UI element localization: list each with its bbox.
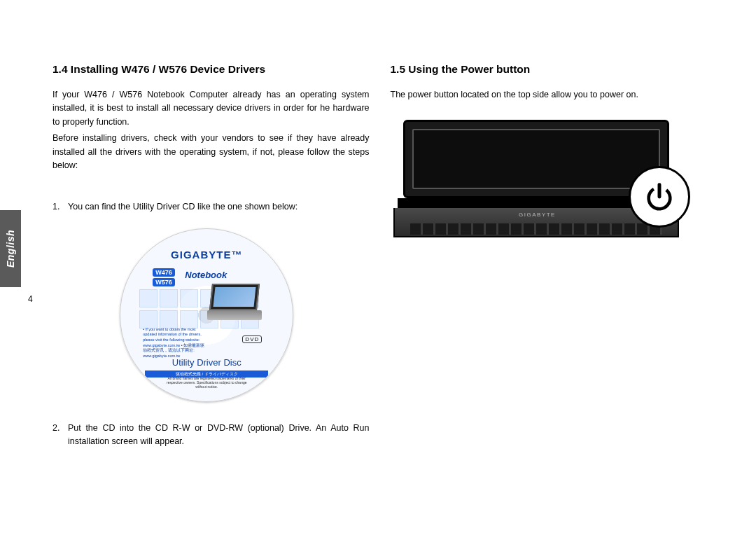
cd-model-badges: W476 W576: [153, 268, 175, 286]
cd-notebook-label: Notebook: [185, 270, 227, 280]
power-icon: [643, 181, 676, 213]
manual-page: English 4 1.4 Installing W476 / W576 Dev…: [0, 0, 756, 533]
step-2: 2. Put the CD into the CD R-W or DVD-RW …: [52, 422, 370, 449]
cd-fine-print: All brand names are registered trademark…: [162, 376, 251, 389]
cd-laptop-icon: [207, 284, 262, 320]
cd-disc-icon: GIGABYTE™ W476 W576 Notebook: [120, 228, 293, 402]
cd-dvd-logo: DVD: [242, 335, 262, 343]
step-2-number: 2.: [52, 422, 68, 449]
laptop-lid: [403, 120, 669, 198]
left-column: 1.4 Installing W476 / W576 Device Driver…: [52, 63, 370, 505]
right-para-1: The power button located on the top side…: [391, 88, 708, 102]
cd-brand-label: GIGABYTE™: [120, 249, 293, 261]
section-1-4-title: 1.4 Installing W476 / W576 Device Driver…: [52, 63, 370, 76]
cd-badge-w576: W576: [153, 278, 175, 286]
language-tab: English: [0, 210, 21, 287]
power-button-callout: [629, 166, 690, 228]
cd-utility-label: Utility Driver Disc: [120, 357, 293, 368]
left-para-1: If your W476 / W576 Notebook Computer al…: [52, 88, 370, 129]
laptop-power-figure: GIGABYTE: [391, 120, 685, 260]
page-number: 4: [28, 294, 33, 304]
cd-info-text: • If you want to obtain the most updated…: [143, 327, 206, 359]
laptop-keyboard: [410, 223, 662, 235]
step-1-number: 1.: [52, 200, 68, 214]
driver-cd-figure: GIGABYTE™ W476 W576 Notebook: [52, 228, 370, 402]
left-para-2: Before installing drivers, check with yo…: [52, 132, 370, 172]
language-tab-label: English: [5, 230, 16, 268]
right-column: 1.5 Using the Power button The power but…: [391, 63, 708, 505]
step-list: 1. You can find the Utility Driver CD li…: [52, 200, 370, 448]
section-1-5-title: 1.5 Using the Power button: [391, 63, 708, 76]
step-1-text: You can find the Utility Driver CD like …: [68, 200, 370, 214]
cd-badge-w476: W476: [153, 268, 175, 277]
step-1: 1. You can find the Utility Driver CD li…: [52, 200, 370, 214]
step-2-text: Put the CD into the CD R-W or DVD-RW (op…: [68, 422, 370, 449]
